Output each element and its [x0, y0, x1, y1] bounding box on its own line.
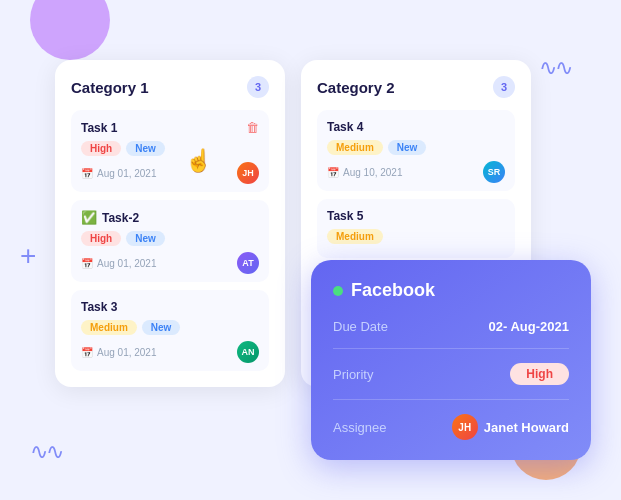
task4-tag-new: New [388, 140, 427, 155]
popup-assignee-label: Assignee [333, 420, 386, 435]
task-item-4[interactable]: Task 4 Medium New 📅 Aug 10, 2021 SR [317, 110, 515, 191]
task4-tags: Medium New [327, 140, 505, 155]
popup-assignee-name: Janet Howard [484, 420, 569, 435]
task1-tag-high: High [81, 141, 121, 156]
task-item-5[interactable]: Task 5 Medium [317, 199, 515, 258]
task2-tags: High New [81, 231, 259, 246]
popup-assignee-row: Assignee JH Janet Howard [333, 414, 569, 440]
popup-assignee-info: JH Janet Howard [452, 414, 569, 440]
task2-tag-high: High [81, 231, 121, 246]
calendar-icon-4: 📅 [327, 167, 339, 178]
popup-title: Facebook [351, 280, 435, 301]
task3-avatar: AN [237, 341, 259, 363]
task1-tags: High New [81, 141, 259, 156]
popup-priority-row: Priority High [333, 363, 569, 385]
board1-count: 3 [247, 76, 269, 98]
task1-date: 📅 Aug 01, 2021 [81, 168, 157, 179]
task5-tags: Medium [327, 229, 505, 244]
task5-top: Task 5 [327, 209, 505, 223]
task1-name-row: Task 1 [81, 121, 117, 135]
task4-name-row: Task 4 [327, 120, 363, 134]
task1-tag-new: New [126, 141, 165, 156]
popup-header: Facebook [333, 280, 569, 301]
task4-date: 📅 Aug 10, 2021 [327, 167, 403, 178]
popup-status-dot [333, 286, 343, 296]
task2-avatar: AT [237, 252, 259, 274]
calendar-icon-2: 📅 [81, 258, 93, 269]
board2-header: Category 2 3 [317, 76, 515, 98]
task2-date-text: Aug 01, 2021 [97, 258, 157, 269]
popup-priority-label: Priority [333, 367, 373, 382]
task2-name-row: ✅ Task-2 [81, 210, 139, 225]
popup-duedate-row: Due Date 02- Aug-2021 [333, 319, 569, 334]
popup-duedate-label: Due Date [333, 319, 388, 334]
task4-date-text: Aug 10, 2021 [343, 167, 403, 178]
task1-bottom: 📅 Aug 01, 2021 JH [81, 162, 259, 184]
popup-card: Facebook Due Date 02- Aug-2021 Priority … [311, 260, 591, 460]
task3-tag-medium: Medium [81, 320, 137, 335]
task-item-3[interactable]: Task 3 Medium New 📅 Aug 01, 2021 AN [71, 290, 269, 371]
popup-divider1 [333, 348, 569, 349]
task2-tag-new: New [126, 231, 165, 246]
task2-date: 📅 Aug 01, 2021 [81, 258, 157, 269]
popup-priority-badge: High [510, 363, 569, 385]
task4-tag-medium: Medium [327, 140, 383, 155]
deco-circle-purple [30, 0, 110, 60]
task4-name: Task 4 [327, 120, 363, 134]
deco-wave-bottom: ∿∿ [30, 439, 62, 465]
task3-top: Task 3 [81, 300, 259, 314]
task-item-1[interactable]: Task 1 🗑 High New 📅 Aug 01, 2021 JH [71, 110, 269, 192]
task3-tag-new: New [142, 320, 181, 335]
popup-divider2 [333, 399, 569, 400]
task3-date: 📅 Aug 01, 2021 [81, 347, 157, 358]
task5-tag-medium: Medium [327, 229, 383, 244]
board1-header: Category 1 3 [71, 76, 269, 98]
task-item-2[interactable]: ✅ Task-2 High New 📅 Aug 01, 2021 AT [71, 200, 269, 282]
task4-bottom: 📅 Aug 10, 2021 SR [327, 161, 505, 183]
board1-title: Category 1 [71, 79, 149, 96]
task1-avatar: JH [237, 162, 259, 184]
task2-top: ✅ Task-2 [81, 210, 259, 225]
task2-check-icon: ✅ [81, 210, 97, 225]
popup-assignee-initials: JH [458, 422, 471, 433]
task4-top: Task 4 [327, 120, 505, 134]
popup-duedate-value: 02- Aug-2021 [489, 319, 569, 334]
task2-bottom: 📅 Aug 01, 2021 AT [81, 252, 259, 274]
board2-title: Category 2 [317, 79, 395, 96]
calendar-icon-3: 📅 [81, 347, 93, 358]
task2-name: Task-2 [102, 211, 139, 225]
task4-avatar: SR [483, 161, 505, 183]
task3-date-text: Aug 01, 2021 [97, 347, 157, 358]
task3-bottom: 📅 Aug 01, 2021 AN [81, 341, 259, 363]
task1-name: Task 1 [81, 121, 117, 135]
task1-date-text: Aug 01, 2021 [97, 168, 157, 179]
task3-name-row: Task 3 [81, 300, 117, 314]
deco-wave-top: ∿∿ [539, 55, 571, 81]
task1-delete-icon[interactable]: 🗑 [246, 120, 259, 135]
task3-tags: Medium New [81, 320, 259, 335]
board-category1: Category 1 3 Task 1 🗑 High New 📅 Aug 01,… [55, 60, 285, 387]
popup-assignee-avatar: JH [452, 414, 478, 440]
task3-name: Task 3 [81, 300, 117, 314]
task1-top: Task 1 🗑 [81, 120, 259, 135]
board2-count: 3 [493, 76, 515, 98]
deco-plus: + [20, 240, 36, 272]
calendar-icon-1: 📅 [81, 168, 93, 179]
task5-name-row: Task 5 [327, 209, 363, 223]
task5-name: Task 5 [327, 209, 363, 223]
